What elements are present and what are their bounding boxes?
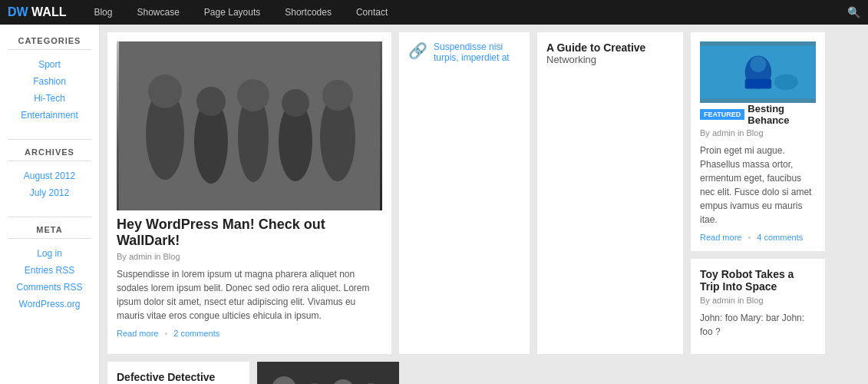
page-wrapper: CATEGORIES Sport Fashion Hi-Tech Enterta… [0,25,868,384]
svg-point-10 [322,80,353,111]
featured-read-more[interactable]: Read more [117,329,158,338]
guide-post: A Guide to Creative Networking [537,32,683,354]
besting-meta: By admin in Blog [700,128,816,137]
sidebar-item-entertainment[interactable]: Entertainment [8,107,91,124]
toy-robot-mid-meta: By admin in Blog [700,296,816,305]
sidebar-divider-2 [8,217,91,217]
col-right: Defective Detective Vimeo Embed By admin… [107,362,249,384]
besting-comments[interactable]: 4 comments [757,233,803,242]
svg-point-4 [196,87,226,116]
meta-list: Log in Entries RSS Comments RSS WordPres… [8,245,91,313]
besting-footer: Read more • 4 comments [700,233,816,242]
besting-excerpt: Proin eget mi augue. Phasellus massa ort… [700,144,816,227]
nav-shortcodes[interactable]: Shortcodes [272,0,344,25]
guide-title: A Guide to Creative [546,41,674,54]
band-image [117,41,382,210]
sidebar-item-hitech[interactable]: Hi-Tech [8,90,91,107]
toy-robot-mid-post: Toy Robot Takes a Trip Into Space By adm… [691,259,825,354]
band-video-image [257,362,399,384]
sidebar: CATEGORIES Sport Fashion Hi-Tech Enterta… [0,25,100,384]
archive-jul-2012[interactable]: July 2012 [8,184,91,201]
main-nav: Blog Showcase Page Layouts Shortcodes Co… [81,0,847,25]
meta-entries-rss[interactable]: Entries RSS [8,262,91,279]
site-logo[interactable]: DW WALL [8,5,66,19]
svg-point-8 [282,89,309,117]
featured-post-footer: Read more • 2 comments [117,329,382,338]
svg-point-2 [148,74,182,108]
logo-dw: DW [8,5,28,18]
featured-tag-row: FEATURED Besting Behance [700,103,816,126]
bottom-row-left: 🔗 Suspendisse nisi turpis, imperdiet at … [399,32,683,354]
sidebar-divider-1 [8,139,91,140]
archives-title: ARCHIVES [8,147,91,161]
featured-post-title: Hey WordPress Man! Check out WallDark! [117,217,382,249]
nav-page-layouts[interactable]: Page Layouts [192,0,272,25]
link-post: 🔗 Suspendisse nisi turpis, imperdiet at [399,32,530,354]
meta-wordpress[interactable]: WordPress.org [8,296,91,313]
featured-badge: FEATURED [700,109,744,120]
main-content: Hey WordPress Man! Check out WallDark! B… [100,25,868,384]
categories-title: CATEGORIES [8,36,91,50]
featured-post-meta: By admin in Blog [117,252,382,261]
search-icon[interactable]: 🔍 [847,6,860,18]
scuba-image [700,41,816,103]
col-middle: FEATURED Besting Behance By admin in Blo… [691,32,825,354]
featured-comments[interactable]: 2 comments [173,329,219,338]
defective-title: Defective Detective Vimeo Embed [117,371,240,384]
logo-wall: WALL [31,5,66,18]
featured-post-large: Hey WordPress Man! Check out WallDark! B… [107,32,391,354]
besting-title: Besting Behance [748,103,816,126]
defective-detective-post: Defective Detective Vimeo Embed By admin… [107,362,249,384]
col-far-right: ▶ 🔈 HOT Toy Robot Takes a Trip Into Spac… [257,362,399,384]
svg-rect-14 [745,79,772,89]
svg-point-6 [237,79,269,111]
link-icon: 🔗 [408,41,427,60]
toy-robot-mid-title: Toy Robot Takes a Trip Into Space [700,268,816,293]
scuba-illustration [700,41,816,103]
besting-behance-post: FEATURED Besting Behance By admin in Blo… [691,32,825,251]
band-illustration [119,41,380,210]
archive-aug-2012[interactable]: August 2012 [8,167,91,184]
archives-list: August 2012 July 2012 [8,167,91,201]
nav-showcase[interactable]: Showcase [124,0,191,25]
categories-list: Sport Fashion Hi-Tech Entertainment [8,56,91,124]
guide-subtitle: Networking [546,54,674,65]
besting-read-more[interactable]: Read more [700,233,741,242]
sidebar-item-fashion[interactable]: Fashion [8,73,91,90]
link-post-text: Suspendisse nisi turpis, imperdiet at [434,41,520,63]
svg-point-15 [774,74,798,91]
video-thumbnail[interactable] [257,362,399,384]
meta-login[interactable]: Log in [8,245,91,262]
nav-blog[interactable]: Blog [81,0,124,25]
toy-robot-mid-excerpt: John: foo Mary: bar John: foo ? [700,311,816,339]
svg-point-13 [751,56,767,72]
meta-title: META [8,225,91,239]
meta-comments-rss[interactable]: Comments RSS [8,279,91,296]
sidebar-item-sport[interactable]: Sport [8,56,91,73]
header: DW WALL Blog Showcase Page Layouts Short… [0,0,868,25]
video-post: ▶ 🔈 [257,362,399,384]
nav-contact[interactable]: Contact [344,0,400,25]
featured-post-excerpt: Suspendisse in lorem ipsum ut magna phar… [117,267,382,323]
